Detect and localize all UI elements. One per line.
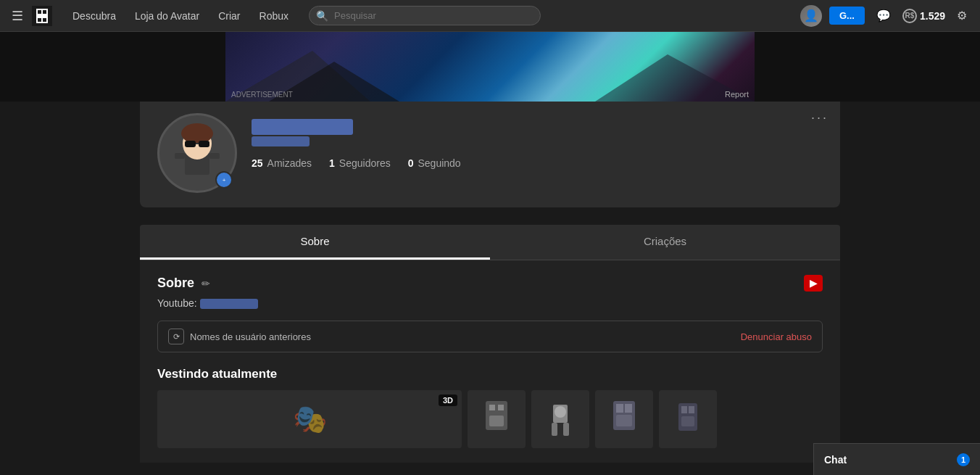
previous-names-label: Nomes de usuário anteriores [190,331,311,342]
profile-info: 25 Amizades 1 Seguidores 0 Seguindo [252,113,823,169]
chat-label: Chat [824,454,847,466]
profile-username [252,136,823,149]
item-1-preview [478,397,515,441]
svg-rect-18 [498,405,504,410]
avatar[interactable]: 👤 [800,5,822,27]
settings-icon[interactable]: ⚙ [952,6,971,25]
nav-robux[interactable]: Robux [251,6,297,26]
currently-wearing-title: Vestindo atualmente [157,367,823,381]
search-input[interactable] [309,6,541,25]
robux-icon: R$ [902,9,917,23]
svg-rect-29 [681,406,687,413]
svg-rect-5 [43,18,46,22]
item-2-preview [542,397,578,441]
upgrade-button[interactable]: G... [829,7,865,25]
robux-display[interactable]: R$ 1.529 [902,9,945,23]
seguidores-label: Seguidores [339,157,391,169]
svg-rect-27 [616,415,632,426]
wearing-main-character: 🎭 [293,403,327,435]
tabs-row: Sobre Criações [140,225,840,260]
hamburger-menu[interactable]: ☰ [9,5,26,27]
svg-rect-17 [489,405,495,410]
nav-loja-avatar[interactable]: Loja do Avatar [126,6,208,26]
profile-avatar-wrap: + [157,113,237,193]
nav-descobrir[interactable]: Descubra [64,6,125,26]
amizades-count: 25 [252,157,263,169]
wearing-thumb-1[interactable] [468,390,526,448]
chat-icon[interactable]: 💬 [872,6,895,25]
tab-criacoes[interactable]: Criações [490,225,840,260]
stat-seguidores[interactable]: 1 Seguidores [329,157,391,169]
svg-rect-26 [625,404,632,413]
svg-point-21 [555,406,566,418]
nav-right: 👤 G... 💬 R$ 1.529 ⚙ [800,5,971,27]
previous-names-row: ⟳ Nomes de usuário anteriores Denunciar … [157,321,823,352]
roblox-logo[interactable] [32,6,52,26]
chat-panel[interactable]: Chat 1 [813,443,980,475]
search-container: 🔍 [309,6,541,25]
bio-text: Youtube: [157,297,823,309]
banner-label: ADVERTISEMENT [231,91,293,99]
profile-name [252,119,823,135]
profile-header: + 25 Amizades 1 S [157,113,823,193]
svg-point-8 [181,123,213,144]
nav-links: Descubra Loja do Avatar Criar Robux [64,6,297,26]
wearing-thumb-3[interactable] [595,390,653,448]
svg-rect-23 [563,423,569,436]
svg-rect-31 [681,416,694,426]
badge-3d: 3D [439,395,457,406]
prev-names-left: ⟳ Nomes de usuário anteriores [168,329,311,344]
svg-rect-22 [552,423,557,436]
profile-name-redacted [252,119,353,135]
item-3-preview [606,397,642,441]
svg-rect-2 [38,10,41,14]
section-title-about: Sobre ✏ ▶ [157,275,823,292]
tab-sobre[interactable]: Sobre [140,225,490,260]
bio-prefix: Youtube: [157,297,200,309]
amizades-label: Amizades [267,157,312,169]
svg-rect-30 [689,406,694,413]
svg-text:+: + [223,177,226,183]
item-4-preview [670,397,706,441]
svg-rect-19 [489,416,504,426]
wearing-thumb-2[interactable] [531,390,589,448]
robux-count: 1.529 [920,10,945,22]
profile-username-redacted [252,136,310,146]
stat-amizades[interactable]: 25 Amizades [252,157,312,169]
content-area: Sobre ✏ ▶ Youtube: ⟳ Nomes de usuário an… [140,260,840,463]
profile-stats: 25 Amizades 1 Seguidores 0 Seguindo [252,157,823,169]
wearing-main-preview[interactable]: 🎭 3D [157,390,462,448]
avatar-image: 👤 [800,5,822,27]
profile-menu-dots[interactable]: ··· [811,110,829,125]
profile-card: + 25 Amizades 1 S [140,102,840,207]
banner-report[interactable]: Report [725,90,749,99]
svg-rect-12 [175,153,185,159]
bio-redacted [200,299,258,309]
nav-criar[interactable]: Criar [209,6,249,26]
youtube-badge[interactable]: ▶ [804,275,823,292]
chat-notification-badge: 1 [957,453,970,466]
navbar: ☰ Descubra Loja do Avatar Criar Robux 🔍 … [0,0,980,32]
seguidores-count: 1 [329,157,335,169]
svg-rect-13 [209,153,220,159]
banner: ADVERTISEMENT Report [225,32,755,102]
profile-tabs: Sobre Criações [140,225,840,260]
svg-rect-25 [616,404,623,413]
svg-rect-4 [38,18,41,22]
wearing-items: 🎭 3D [157,390,823,448]
wearing-thumbs [468,390,823,448]
svg-rect-10 [199,141,209,147]
youtube-icon: ▶ [810,278,817,289]
svg-rect-3 [43,10,46,14]
seguindo-label: Seguindo [418,157,460,169]
profile-badge: + [215,171,233,189]
svg-rect-9 [185,141,196,147]
search-icon: 🔍 [316,10,328,22]
edit-icon[interactable]: ✏ [202,278,210,289]
report-abuse-link[interactable]: Denunciar abuso [741,331,812,342]
stat-seguindo[interactable]: 0 Seguindo [408,157,461,169]
previous-names-icon: ⟳ [168,329,184,344]
wearing-thumb-4[interactable] [659,390,717,448]
about-title: Sobre [157,276,194,291]
seguindo-count: 0 [408,157,414,169]
